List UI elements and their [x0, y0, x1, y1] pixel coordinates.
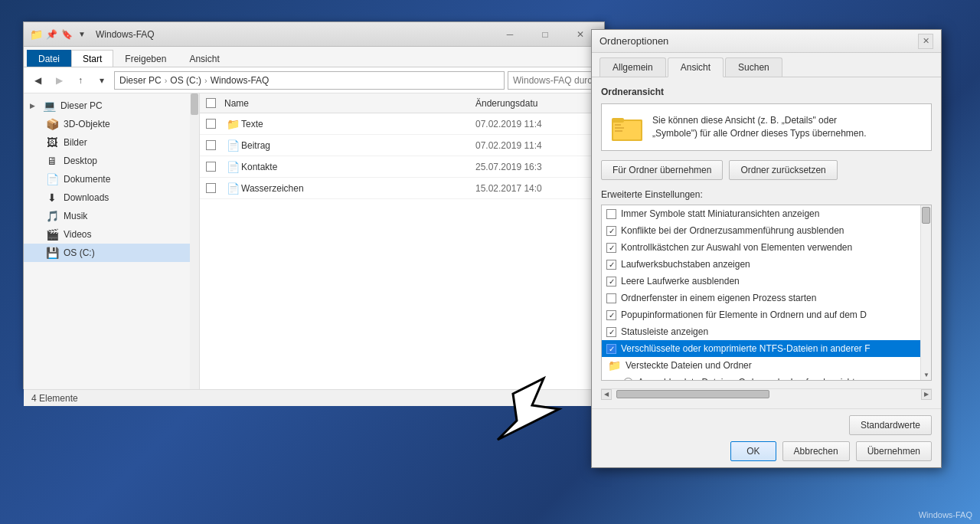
standardwerte-button[interactable]: Standardwerte: [849, 415, 932, 435]
checkbox[interactable]: [606, 277, 616, 287]
scroll-down-button[interactable]: ▼: [921, 369, 932, 380]
file-name-wasserzeichen: Wasserzeichen: [241, 183, 475, 194]
arrow-cursor: [490, 371, 567, 447]
search-input[interactable]: [508, 71, 599, 90]
tab-start[interactable]: Start: [71, 50, 113, 67]
checkbox[interactable]: [606, 209, 616, 219]
dialog-tab-allgemein[interactable]: Allgemein: [599, 57, 666, 77]
scroll-right-button[interactable]: ▶: [921, 389, 932, 400]
item-label: Versteckte Dateien und Ordner: [626, 360, 752, 371]
list-item[interactable]: Immer Symbole statt Miniaturansichten an…: [602, 205, 931, 222]
ribbon-tabs: Datei Start Freigeben Ansicht: [24, 47, 604, 67]
dialog-bottom: Standardwerte OK Abbrechen Übernehmen: [592, 408, 941, 467]
sidebar-item-desktop[interactable]: 🖥 Desktop: [24, 152, 191, 170]
scroll-left-button[interactable]: ◀: [601, 389, 612, 400]
dialog-close-button[interactable]: ✕: [918, 34, 933, 49]
back-button[interactable]: ◀: [28, 71, 47, 90]
address-part-pc: Dieser PC: [119, 75, 162, 86]
list-item[interactable]: Konflikte bei der Ordnerzusammenführung …: [602, 222, 931, 239]
file-name-texte: Texte: [241, 119, 475, 129]
item-label: Popupinformationen für Elemente in Ordne…: [621, 309, 867, 320]
settings-list-inner[interactable]: Immer Symbole statt Miniaturansichten an…: [602, 205, 931, 380]
sidebar-item-dokumente[interactable]: 📄 Dokumente: [24, 170, 191, 188]
list-item[interactable]: Kontrollkästchen zur Auswahl von Element…: [602, 239, 931, 256]
expand-icon: ▶: [30, 102, 38, 110]
horizontal-scrollbar[interactable]: ◀ ▶: [601, 388, 932, 399]
standardwerte-row: Standardwerte: [601, 415, 932, 435]
ok-button[interactable]: OK: [730, 441, 776, 461]
list-item[interactable]: Ordnerfenster in einem eigenen Prozess s…: [602, 290, 931, 306]
tab-ansicht[interactable]: Ansicht: [178, 50, 230, 67]
column-name[interactable]: Name: [224, 98, 475, 109]
list-item[interactable]: Laufwerksbuchstaben anzeigen: [602, 256, 931, 273]
sidebar-item-3d[interactable]: 📦 3D-Objekte: [24, 115, 191, 133]
forward-button[interactable]: ▶: [50, 71, 68, 90]
column-date[interactable]: Änderungsdatu: [475, 98, 598, 109]
item-label: Konflikte bei der Ordnerzusammenführung …: [621, 225, 844, 236]
checkbox[interactable]: [606, 327, 616, 337]
sidebar-label-videos: Videos: [64, 229, 91, 240]
recent-button[interactable]: ▾: [93, 71, 111, 90]
vertical-scrollbar[interactable]: ▲ ▼: [920, 205, 931, 380]
checkbox[interactable]: [606, 344, 616, 354]
checkbox[interactable]: [606, 243, 616, 253]
sidebar: ▶ 💻 Dieser PC 📦 3D-Objekte 🖼 Bilder 🖥 De…: [24, 93, 200, 389]
address-bar[interactable]: Dieser PC › OS (C:) › Windows-FAQ: [114, 71, 505, 90]
apply-to-folders-button[interactable]: Für Ordner übernehmen: [601, 160, 723, 180]
checkbox[interactable]: [606, 226, 616, 236]
sidebar-item-dieser-pc[interactable]: ▶ 💻 Dieser PC: [24, 97, 191, 115]
address-part-drive: OS (C:): [170, 75, 201, 86]
dialog-tabs: Allgemein Ansicht Suchen: [592, 53, 941, 77]
table-row[interactable]: 📄 Kontakte 25.07.2019 16:3: [200, 156, 604, 178]
up-button[interactable]: ↑: [71, 71, 90, 90]
tab-datei[interactable]: Datei: [27, 50, 71, 67]
cancel-button[interactable]: Abbrechen: [782, 441, 850, 461]
checkbox[interactable]: [606, 293, 616, 303]
list-item[interactable]: Statusleiste anzeigen: [602, 323, 931, 340]
file-icon-kontakte: 📄: [224, 161, 241, 173]
reset-folders-button[interactable]: Ordner zurücksetzen: [729, 160, 837, 180]
dokumente-icon: 📄: [45, 172, 59, 186]
maximize-button[interactable]: □: [528, 22, 563, 47]
select-all-checkbox[interactable]: [206, 98, 216, 108]
file-date-kontakte: 25.07.2019 16:3: [475, 162, 598, 172]
list-item[interactable]: Leere Laufwerke ausblenden: [602, 273, 931, 290]
sidebar-item-bilder[interactable]: 🖼 Bilder: [24, 133, 191, 152]
sidebar-label-downloads: Downloads: [64, 192, 109, 203]
row-checkbox[interactable]: [206, 140, 216, 150]
header-checkbox[interactable]: [206, 98, 224, 108]
radio-button[interactable]: [623, 378, 633, 381]
apply-button[interactable]: Übernehmen: [856, 441, 932, 461]
sidebar-item-os[interactable]: 💾 OS (C:): [24, 244, 191, 262]
sidebar-label-dieser-pc: Dieser PC: [60, 100, 103, 111]
scrollbar-h-thumb[interactable]: [616, 390, 769, 398]
row-checkbox[interactable]: [206, 183, 216, 193]
fav-icon: 🔖: [60, 28, 73, 41]
list-item[interactable]: Ausgeblendete Dateien, Ordner oder Laufw…: [602, 374, 931, 380]
list-item[interactable]: Verschlüsselte oder komprimierte NTFS-Da…: [602, 340, 931, 357]
list-item[interactable]: Popupinformationen für Elemente in Ordne…: [602, 306, 931, 323]
ribbon: Datei Start Freigeben Ansicht: [24, 47, 604, 67]
svg-rect-5: [615, 127, 624, 129]
scrollbar-thumb[interactable]: [922, 207, 930, 224]
sidebar-label-os: OS (C:): [64, 247, 95, 258]
table-row[interactable]: 📁 Texte 07.02.2019 11:4: [200, 113, 604, 135]
item-label: Laufwerksbuchstaben anzeigen: [621, 259, 750, 270]
minimize-button[interactable]: ─: [492, 22, 528, 47]
item-label: Leere Laufwerke ausblenden: [621, 276, 740, 287]
tab-freigeben[interactable]: Freigeben: [113, 50, 178, 67]
bilder-icon: 🖼: [45, 136, 59, 149]
sidebar-item-downloads[interactable]: ⬇ Downloads: [24, 188, 191, 207]
list-item[interactable]: 📁 Versteckte Dateien und Ordner: [602, 357, 931, 374]
dialog-tab-suchen[interactable]: Suchen: [725, 57, 782, 77]
dialog-tab-ansicht[interactable]: Ansicht: [668, 57, 724, 77]
checkbox[interactable]: [606, 260, 616, 270]
checkbox[interactable]: [606, 310, 616, 320]
folder-icon-large: [609, 112, 645, 142]
row-checkbox[interactable]: [206, 119, 216, 129]
table-row[interactable]: 📄 Beitrag 07.02.2019 11:4: [200, 135, 604, 156]
table-row[interactable]: 📄 Wasserzeichen 15.02.2017 14:0: [200, 178, 604, 199]
sidebar-item-musik[interactable]: 🎵 Musik: [24, 207, 191, 225]
sidebar-item-videos[interactable]: 🎬 Videos: [24, 225, 191, 244]
row-checkbox[interactable]: [206, 162, 216, 172]
